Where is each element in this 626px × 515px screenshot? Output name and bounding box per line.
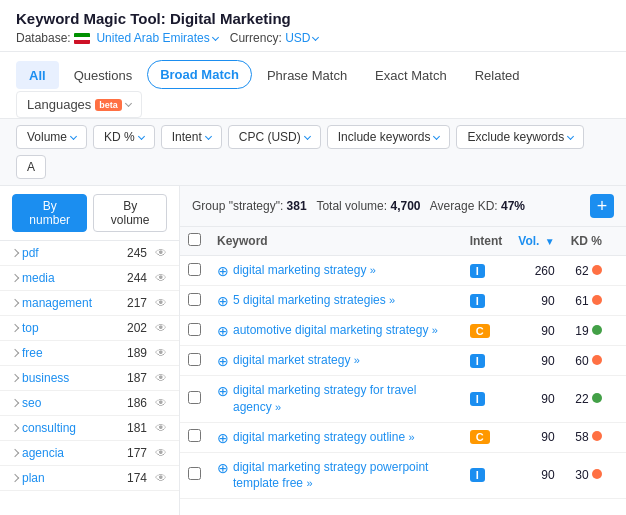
row-checkbox[interactable] bbox=[188, 293, 201, 306]
add-keyword-icon[interactable]: ⊕ bbox=[217, 383, 229, 399]
group-label: Group "strategy": bbox=[192, 199, 283, 213]
volume-cell: 90 bbox=[510, 316, 562, 346]
tab-questions[interactable]: Questions bbox=[61, 61, 146, 89]
intent-badge: I bbox=[470, 264, 485, 278]
tab-broad-match[interactable]: Broad Match bbox=[147, 60, 252, 89]
group-info-bar: Group "strategy": 381 Total volume: 4,70… bbox=[180, 186, 626, 227]
keyword-link[interactable]: digital marketing strategy for travel ag… bbox=[233, 383, 416, 414]
add-keyword-icon[interactable]: ⊕ bbox=[217, 323, 229, 339]
kd-dot bbox=[592, 355, 602, 365]
more-filter[interactable]: A bbox=[16, 155, 46, 179]
tab-languages[interactable]: Languages beta bbox=[16, 91, 142, 118]
intent-filter[interactable]: Intent bbox=[161, 125, 222, 149]
chevron-right-icon bbox=[11, 324, 19, 332]
list-item[interactable]: pdf 245 👁 bbox=[0, 241, 179, 266]
tab-bar: All Questions Broad Match Phrase Match E… bbox=[0, 52, 626, 119]
list-item[interactable]: free 189 👁 bbox=[0, 341, 179, 366]
list-item[interactable]: consulting 181 👁 bbox=[0, 416, 179, 441]
volume-filter[interactable]: Volume bbox=[16, 125, 87, 149]
row-checkbox[interactable] bbox=[188, 467, 201, 480]
volume-cell: 90 bbox=[510, 422, 562, 452]
tab-phrase-match[interactable]: Phrase Match bbox=[254, 61, 360, 89]
list-item[interactable]: seo 186 👁 bbox=[0, 391, 179, 416]
add-button[interactable]: + bbox=[590, 194, 614, 218]
keyword-cell: ⊕ digital marketing strategy » bbox=[217, 262, 454, 279]
kd-filter[interactable]: KD % bbox=[93, 125, 155, 149]
keyword-cell: ⊕ 5 digital marketing strategies » bbox=[217, 292, 454, 309]
list-item[interactable]: business 187 👁 bbox=[0, 366, 179, 391]
list-item[interactable]: plan 174 👁 bbox=[0, 466, 179, 491]
item-name: media bbox=[22, 271, 123, 285]
keyword-link[interactable]: digital market strategy bbox=[233, 353, 350, 367]
col-volume[interactable]: Vol. ▼ bbox=[510, 227, 562, 256]
col-keyword: Keyword bbox=[209, 227, 462, 256]
eye-icon: 👁 bbox=[155, 271, 167, 285]
list-item[interactable]: top 202 👁 bbox=[0, 316, 179, 341]
keyword-link[interactable]: 5 digital marketing strategies bbox=[233, 293, 386, 307]
kd-dot bbox=[592, 325, 602, 335]
select-all-checkbox[interactable] bbox=[188, 233, 201, 246]
row-checkbox[interactable] bbox=[188, 353, 201, 366]
tab-related[interactable]: Related bbox=[462, 61, 533, 89]
col-extra bbox=[610, 227, 626, 256]
kd-dot bbox=[592, 469, 602, 479]
row-checkbox[interactable] bbox=[188, 323, 201, 336]
row-checkbox[interactable] bbox=[188, 391, 201, 404]
keyword-link[interactable]: automotive digital marketing strategy bbox=[233, 323, 428, 337]
eye-icon: 👁 bbox=[155, 446, 167, 460]
kd-dot bbox=[592, 393, 602, 403]
table-row: ⊕ 5 digital marketing strategies » I 90 … bbox=[180, 286, 626, 316]
list-item[interactable]: media 244 👁 bbox=[0, 266, 179, 291]
chevron-right-icon bbox=[11, 399, 19, 407]
chevron-right-icon bbox=[11, 374, 19, 382]
add-keyword-icon[interactable]: ⊕ bbox=[217, 460, 229, 476]
cpc-filter[interactable]: CPC (USD) bbox=[228, 125, 321, 149]
by-volume-button[interactable]: By volume bbox=[93, 194, 167, 232]
eye-icon: 👁 bbox=[155, 471, 167, 485]
table-row: ⊕ digital marketing strategy outline » C… bbox=[180, 422, 626, 452]
volume-cell: 90 bbox=[510, 376, 562, 423]
list-item[interactable]: management 217 👁 bbox=[0, 291, 179, 316]
arrow-icon: » bbox=[306, 477, 312, 489]
item-count: 187 bbox=[127, 371, 147, 385]
add-keyword-icon[interactable]: ⊕ bbox=[217, 263, 229, 279]
item-name: free bbox=[22, 346, 123, 360]
by-number-button[interactable]: By number bbox=[12, 194, 87, 232]
add-keyword-icon[interactable]: ⊕ bbox=[217, 430, 229, 446]
left-list: pdf 245 👁 media 244 👁 management 217 👁 t… bbox=[0, 241, 179, 491]
item-name: consulting bbox=[22, 421, 123, 435]
beta-badge: beta bbox=[95, 99, 122, 111]
list-item[interactable]: agencia 177 👁 bbox=[0, 441, 179, 466]
tab-all[interactable]: All bbox=[16, 61, 59, 89]
item-name: pdf bbox=[22, 246, 123, 260]
right-panel: Group "strategy": 381 Total volume: 4,70… bbox=[180, 186, 626, 515]
tab-exact-match[interactable]: Exact Match bbox=[362, 61, 460, 89]
item-name: plan bbox=[22, 471, 123, 485]
kd-dot bbox=[592, 265, 602, 275]
chevron-down-icon bbox=[304, 132, 311, 139]
table-row: ⊕ automotive digital marketing strategy … bbox=[180, 316, 626, 346]
header-meta: Database: United Arab Emirates Currency:… bbox=[16, 31, 610, 45]
keyword-link[interactable]: digital marketing strategy bbox=[233, 263, 366, 277]
item-count: 174 bbox=[127, 471, 147, 485]
add-keyword-icon[interactable]: ⊕ bbox=[217, 353, 229, 369]
row-checkbox[interactable] bbox=[188, 263, 201, 276]
chevron-right-icon bbox=[11, 249, 19, 257]
include-keywords-filter[interactable]: Include keywords bbox=[327, 125, 451, 149]
currency-label: Currency: USD bbox=[230, 31, 319, 45]
chevron-right-icon bbox=[11, 474, 19, 482]
eye-icon: 👁 bbox=[155, 396, 167, 410]
row-checkbox[interactable] bbox=[188, 429, 201, 442]
currency-dropdown[interactable]: USD bbox=[285, 31, 318, 45]
item-name: business bbox=[22, 371, 123, 385]
add-keyword-icon[interactable]: ⊕ bbox=[217, 293, 229, 309]
uae-flag bbox=[74, 33, 90, 44]
keyword-link[interactable]: digital marketing strategy powerpoint te… bbox=[233, 460, 428, 491]
exclude-keywords-filter[interactable]: Exclude keywords bbox=[456, 125, 584, 149]
keyword-link[interactable]: digital marketing strategy outline bbox=[233, 430, 405, 444]
kd-cell: 30 bbox=[563, 452, 610, 499]
db-dropdown[interactable]: United Arab Emirates bbox=[96, 31, 217, 45]
item-name: seo bbox=[22, 396, 123, 410]
kd-cell: 58 bbox=[563, 422, 610, 452]
chevron-right-icon bbox=[11, 424, 19, 432]
